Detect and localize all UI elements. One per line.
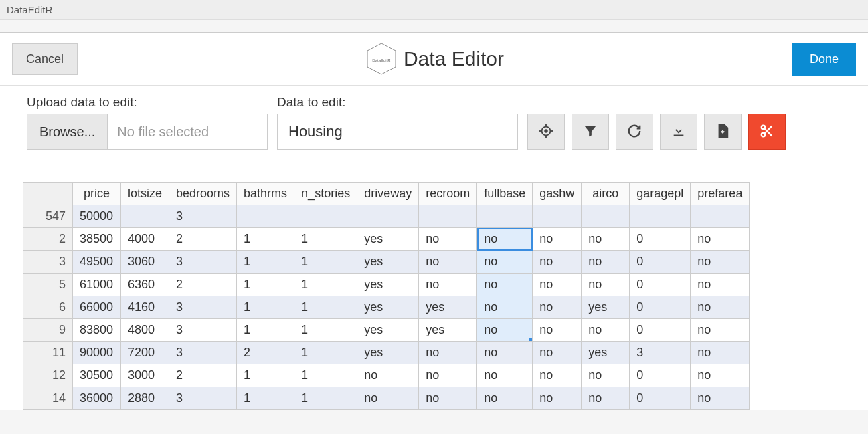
data-cell[interactable]: no	[477, 319, 533, 342]
data-cell[interactable]: no	[357, 387, 419, 410]
data-cell[interactable]: 0	[630, 251, 691, 274]
data-cell[interactable]: 3	[169, 387, 237, 410]
data-cell[interactable]: no	[582, 387, 630, 410]
data-cell[interactable]: no	[691, 342, 750, 364]
data-cell[interactable]: yes	[357, 228, 419, 251]
data-cell[interactable]: 3	[169, 319, 237, 342]
data-cell[interactable]: 2	[169, 274, 237, 296]
data-cell[interactable]: 4800	[121, 319, 169, 342]
column-header[interactable]: prefarea	[691, 183, 750, 205]
data-cell[interactable]: 2	[169, 364, 237, 387]
data-cell[interactable]: 36000	[73, 387, 121, 410]
data-cell[interactable]: 1	[294, 228, 357, 251]
data-cell[interactable]: no	[419, 387, 477, 410]
data-cell[interactable]	[477, 205, 533, 228]
data-cell[interactable]: 61000	[73, 274, 121, 296]
data-cell[interactable]: 1	[237, 228, 294, 251]
data-cell[interactable]: 0	[630, 274, 691, 296]
column-header[interactable]: bedrooms	[169, 183, 237, 205]
data-cell[interactable]	[533, 205, 582, 228]
data-cell[interactable]: 7200	[121, 342, 169, 364]
data-cell[interactable]: 49500	[73, 251, 121, 274]
data-cell[interactable]: yes	[419, 319, 477, 342]
data-cell[interactable]: 1	[294, 387, 357, 410]
data-cell[interactable]: no	[691, 228, 750, 251]
data-cell[interactable]: 1	[294, 342, 357, 364]
row-index-cell[interactable]: 14	[23, 387, 73, 410]
data-cell[interactable]: no	[477, 364, 533, 387]
row-index-cell[interactable]: 5	[23, 274, 73, 296]
data-cell[interactable]: yes	[582, 296, 630, 319]
row-index-cell[interactable]: 547	[23, 205, 73, 228]
data-cell[interactable]: 4160	[121, 296, 169, 319]
data-cell[interactable]: 3	[169, 342, 237, 364]
data-cell[interactable]: no	[582, 251, 630, 274]
data-cell[interactable]: 3000	[121, 364, 169, 387]
data-cell[interactable]: no	[691, 364, 750, 387]
data-cell[interactable]: no	[419, 342, 477, 364]
refresh-button[interactable]	[616, 114, 653, 150]
data-cell[interactable]: no	[691, 296, 750, 319]
data-cell[interactable]: 6360	[121, 274, 169, 296]
data-cell[interactable]: no	[533, 228, 582, 251]
data-cell[interactable]: 1	[237, 251, 294, 274]
data-cell[interactable]: no	[419, 251, 477, 274]
data-cell[interactable]: no	[419, 274, 477, 296]
column-header[interactable]: gashw	[533, 183, 582, 205]
data-cell[interactable]: no	[477, 342, 533, 364]
column-header[interactable]: driveway	[357, 183, 419, 205]
row-index-cell[interactable]: 11	[23, 342, 73, 364]
data-cell[interactable]: yes	[419, 296, 477, 319]
data-cell[interactable]: no	[419, 228, 477, 251]
download-button[interactable]	[660, 114, 697, 150]
data-cell[interactable]: 4000	[121, 228, 169, 251]
data-cell[interactable]: 0	[630, 387, 691, 410]
data-cell[interactable]: no	[691, 319, 750, 342]
row-index-cell[interactable]: 3	[23, 251, 73, 274]
data-cell[interactable]: 0	[630, 364, 691, 387]
data-cell[interactable]	[582, 205, 630, 228]
data-cell[interactable]: 50000	[73, 205, 121, 228]
data-cell[interactable]: no	[691, 387, 750, 410]
data-cell[interactable]: 3	[169, 251, 237, 274]
data-cell[interactable]: no	[533, 251, 582, 274]
data-cell[interactable]: 1	[237, 387, 294, 410]
done-button[interactable]: Done	[792, 43, 856, 76]
data-cell[interactable]: no	[477, 228, 533, 251]
data-cell[interactable]: 83800	[73, 319, 121, 342]
column-header[interactable]: bathrms	[237, 183, 294, 205]
data-cell[interactable]: 1	[294, 251, 357, 274]
data-cell[interactable]: 66000	[73, 296, 121, 319]
data-input[interactable]	[277, 114, 518, 150]
cancel-button[interactable]: Cancel	[12, 43, 78, 75]
data-cell[interactable]: yes	[357, 274, 419, 296]
fill-handle[interactable]	[529, 338, 533, 342]
data-cell[interactable]: no	[477, 274, 533, 296]
column-header[interactable]: airco	[582, 183, 630, 205]
data-cell[interactable]: no	[533, 296, 582, 319]
data-cell[interactable]: 1	[237, 364, 294, 387]
data-cell[interactable]: no	[533, 387, 582, 410]
data-cell[interactable]: no	[691, 251, 750, 274]
data-cell[interactable]	[357, 205, 419, 228]
data-cell[interactable]: no	[477, 296, 533, 319]
data-cell[interactable]: no	[477, 387, 533, 410]
row-index-cell[interactable]: 9	[23, 319, 73, 342]
data-cell[interactable]: 1	[237, 296, 294, 319]
data-cell[interactable]: 2	[237, 342, 294, 364]
data-cell[interactable]: no	[533, 364, 582, 387]
export-button[interactable]	[704, 114, 742, 150]
data-cell[interactable]: 3	[169, 296, 237, 319]
data-cell[interactable]: 1	[294, 296, 357, 319]
data-cell[interactable]: 3	[630, 342, 691, 364]
browse-button[interactable]: Browse...	[27, 114, 108, 149]
data-cell[interactable]: no	[357, 364, 419, 387]
data-cell[interactable]: 0	[630, 296, 691, 319]
data-cell[interactable]: 0	[630, 228, 691, 251]
data-cell[interactable]: no	[582, 319, 630, 342]
data-cell[interactable]: yes	[357, 319, 419, 342]
column-header[interactable]	[23, 183, 73, 205]
data-cell[interactable]	[630, 205, 691, 228]
data-cell[interactable]: no	[691, 274, 750, 296]
data-cell[interactable]: yes	[582, 342, 630, 364]
